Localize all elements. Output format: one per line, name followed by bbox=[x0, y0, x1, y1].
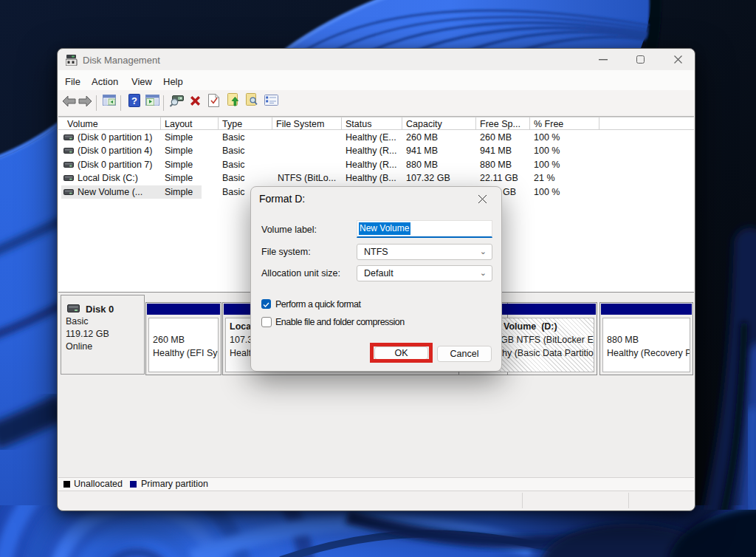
svg-text:?: ? bbox=[131, 95, 137, 106]
